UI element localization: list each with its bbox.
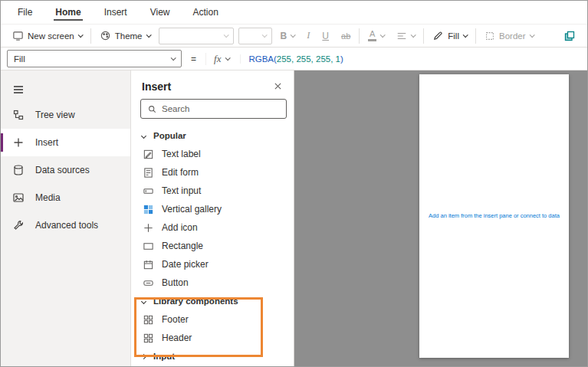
toolbar-divider [359, 28, 360, 44]
theme-button[interactable]: Theme [96, 28, 154, 44]
sidebar-item-tree-view[interactable]: Tree view [1, 101, 130, 129]
insert-item-label: Button [162, 277, 189, 288]
chevron-down-icon [146, 32, 151, 38]
formula-close-paren: ) [340, 54, 343, 64]
insert-item-vertical-gallery[interactable]: Vertical gallery [131, 200, 294, 218]
insert-item-label: Text input [162, 185, 201, 196]
section-popular[interactable]: Popular [131, 126, 294, 145]
sidebar-item-label: Media [35, 192, 61, 203]
new-screen-label: New screen [28, 31, 74, 41]
insert-item-label: Vertical gallery [162, 204, 222, 215]
new-screen-button[interactable]: New screen [8, 28, 86, 44]
menu-bar: File Home Insert View Action [1, 1, 587, 24]
insert-item-edit-form[interactable]: Edit form [131, 163, 294, 182]
insert-item-label: Header [162, 333, 192, 343]
plus-icon [142, 221, 154, 234]
screen-artboard[interactable]: Add an item from the insert pane or conn… [419, 74, 569, 358]
section-input[interactable]: Input [131, 347, 294, 365]
canvas-area[interactable]: Add an item from the insert pane or conn… [294, 70, 587, 366]
chevron-down-icon [141, 298, 146, 303]
sidebar-item-label: Data sources [35, 165, 90, 175]
powerapps-studio-window: File Home Insert View Action New screen … [0, 0, 588, 367]
chevron-down-icon [291, 32, 296, 38]
sidebar-item-insert[interactable]: Insert [1, 129, 130, 156]
canvas-placeholder-text[interactable]: Add an item from the insert pane or conn… [429, 211, 560, 220]
overlapping-squares-icon [563, 30, 576, 42]
button-icon [142, 277, 154, 289]
insert-item-button[interactable]: Button [131, 274, 294, 292]
sidebar-collapse-button[interactable] [1, 78, 130, 101]
insert-item-footer[interactable]: Footer [131, 310, 294, 329]
fill-button[interactable]: Fill [429, 28, 471, 44]
fill-label: Fill [448, 31, 459, 41]
bold-button[interactable]: B [277, 28, 299, 44]
insert-item-text-label[interactable]: Text label [131, 145, 294, 163]
insert-item-date-picker[interactable]: Date picker [131, 255, 294, 274]
chevron-down-icon [261, 32, 267, 38]
sidebar-item-data-sources[interactable]: Data sources [1, 156, 130, 184]
strikethrough-icon: ab [341, 31, 350, 41]
underline-button[interactable]: U [318, 28, 333, 44]
equals-sign: = [188, 54, 199, 64]
italic-button[interactable]: I [303, 28, 314, 44]
text-align-button[interactable] [393, 28, 419, 44]
search-box[interactable] [140, 99, 287, 119]
insert-item-header[interactable]: Header [131, 329, 294, 347]
command-toolbar: New screen Theme B I U [1, 24, 587, 48]
strikethrough-button[interactable]: ab [337, 29, 354, 43]
insert-item-rectangle[interactable]: Rectangle [131, 237, 294, 255]
toolbar-divider [423, 28, 424, 44]
font-size-select[interactable] [238, 28, 272, 44]
insert-item-label: Add icon [162, 222, 198, 233]
chevron-down-icon [171, 55, 176, 61]
text-label-icon [142, 148, 154, 160]
close-panel-button[interactable] [271, 80, 284, 93]
bold-glyph: B [281, 31, 287, 41]
font-family-select[interactable] [159, 28, 234, 44]
media-icon [12, 192, 25, 204]
calendar-icon [142, 258, 154, 270]
menu-home[interactable]: Home [54, 2, 82, 22]
screen-icon [12, 30, 24, 41]
wrench-icon [12, 219, 25, 231]
font-color-button[interactable]: A [364, 28, 388, 44]
chevron-down-icon [411, 32, 416, 38]
property-selector-value: Fill [14, 54, 25, 64]
toolbar-divider [90, 28, 91, 44]
chevron-right-icon [141, 353, 146, 359]
border-label: Border [499, 31, 526, 41]
sidebar-item-advanced-tools[interactable]: Advanced tools [1, 211, 130, 239]
property-selector[interactable]: Fill [7, 50, 182, 67]
insert-item-text-input[interactable]: Text input [131, 182, 294, 200]
fx-dropdown[interactable]: fx [205, 53, 234, 65]
panel-title: Insert [142, 80, 171, 93]
menu-file[interactable]: File [16, 2, 34, 22]
section-label: Input [153, 352, 175, 361]
search-icon [147, 104, 157, 114]
section-library-components[interactable]: Library components [131, 292, 294, 310]
formula-input[interactable]: RGBA(255, 255, 255, 1) [240, 54, 343, 64]
tree-view-icon [12, 109, 25, 121]
menu-action[interactable]: Action [192, 2, 220, 22]
sidebar-item-label: Tree view [35, 110, 75, 120]
chevron-down-icon [225, 55, 231, 61]
insert-panel-header: Insert [131, 70, 294, 99]
section-label: Library components [153, 297, 238, 306]
formula-function: RGBA( [248, 54, 276, 64]
component-icon [142, 332, 154, 344]
italic-glyph: I [307, 30, 310, 41]
duplicate-screen-button[interactable] [560, 28, 580, 44]
menu-insert[interactable]: Insert [103, 2, 129, 22]
insert-item-add-icon[interactable]: Add icon [131, 218, 294, 237]
menu-view[interactable]: View [149, 2, 172, 22]
database-icon [12, 164, 25, 176]
border-icon [485, 31, 495, 41]
text-input-icon [142, 185, 154, 197]
fx-icon: fx [214, 53, 221, 65]
search-input[interactable] [162, 104, 280, 113]
border-button[interactable]: Border [481, 28, 537, 44]
formula-arguments: 255, 255, 255, 1 [277, 54, 340, 64]
sidebar-item-media[interactable]: Media [1, 184, 130, 211]
insert-item-label: Edit form [162, 167, 199, 178]
toolbar-divider [475, 28, 476, 44]
